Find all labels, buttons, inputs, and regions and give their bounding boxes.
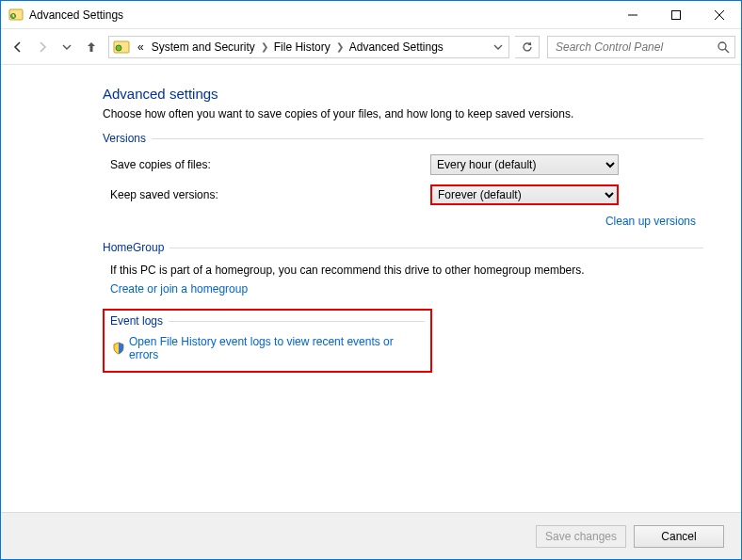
back-button[interactable] [7,36,29,58]
save-changes-button[interactable]: Save changes [536,525,626,548]
svg-line-9 [725,49,729,53]
versions-group-label: Versions [103,132,152,145]
minimize-button[interactable] [611,1,654,29]
save-copies-label: Save copies of files: [110,158,430,171]
group-divider [169,248,703,248]
versions-group: Versions Save copies of files: Every hou… [103,132,703,228]
breadcrumb-item[interactable]: Advanced Settings [346,40,447,54]
breadcrumb-prefix: « [134,40,148,54]
page-description: Choose how often you want to save copies… [103,107,703,120]
cleanup-versions-link[interactable]: Clean up versions [605,215,696,228]
app-icon [8,8,24,23]
breadcrumb-item[interactable]: File History [270,40,334,54]
cancel-button[interactable]: Cancel [634,525,724,548]
search-icon[interactable] [716,40,731,55]
content-area: Advanced settings Choose how often you w… [1,65,741,512]
nav-bar: « System and Security ❯ File History ❯ A… [1,29,741,65]
breadcrumb-item[interactable]: System and Security [148,40,259,54]
eventlogs-group: Event logs Open File History event logs … [103,309,432,373]
maximize-button[interactable] [654,1,698,29]
eventlogs-group-label: Event logs [110,314,169,328]
svg-point-7 [116,45,121,51]
save-copies-select[interactable]: Every hour (default) [430,154,619,175]
footer-bar: Save changes Cancel [1,512,741,559]
keep-versions-label: Keep saved versions: [110,188,430,201]
homegroup-group: HomeGroup If this PC is part of a homegr… [103,241,703,296]
chevron-right-icon[interactable]: ❯ [334,41,346,52]
search-input[interactable] [554,40,716,55]
control-panel-icon [113,39,130,56]
svg-point-8 [718,42,726,50]
keep-versions-select[interactable]: Forever (default) [430,184,619,205]
chevron-right-icon[interactable]: ❯ [259,41,270,52]
page-title: Advanced settings [103,86,703,102]
title-bar: Advanced Settings [1,1,741,29]
recent-locations-button[interactable] [56,36,78,58]
window-title: Advanced Settings [29,8,123,22]
group-divider [152,138,703,139]
svg-rect-3 [672,10,681,19]
forward-button[interactable] [31,36,54,58]
homegroup-link[interactable]: Create or join a homegroup [110,282,248,296]
homegroup-group-label: HomeGroup [103,241,169,254]
group-divider [169,321,425,322]
address-bar[interactable]: « System and Security ❯ File History ❯ A… [108,36,509,58]
open-event-logs-link[interactable]: Open File History event logs to view rec… [129,335,425,361]
homegroup-text: If this PC is part of a homegroup, you c… [110,264,703,277]
shield-icon [112,342,125,355]
address-dropdown-button[interactable] [488,37,507,57]
up-button[interactable] [80,36,103,58]
search-box[interactable] [547,36,735,58]
close-button[interactable] [698,1,741,29]
refresh-button[interactable] [515,36,540,58]
